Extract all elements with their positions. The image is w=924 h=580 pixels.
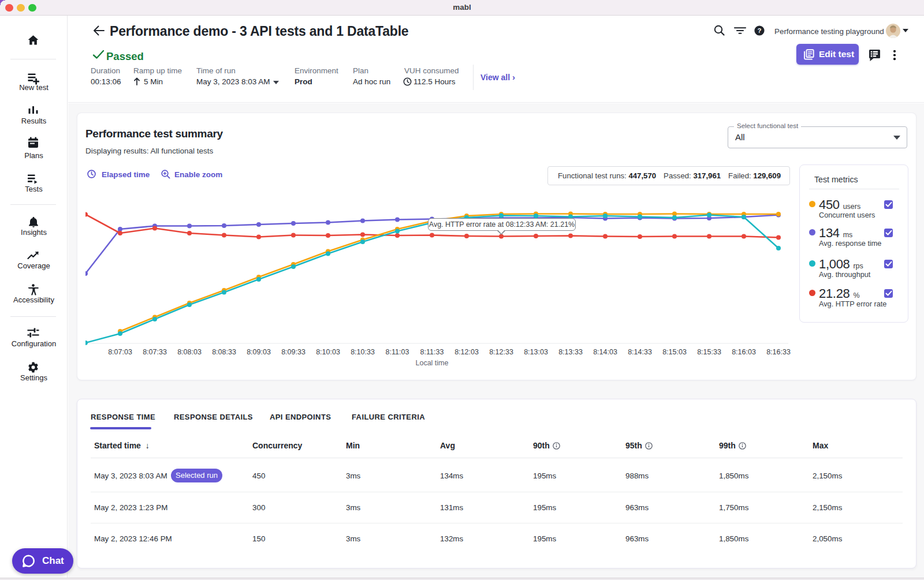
svg-text:?: ? — [757, 27, 761, 34]
